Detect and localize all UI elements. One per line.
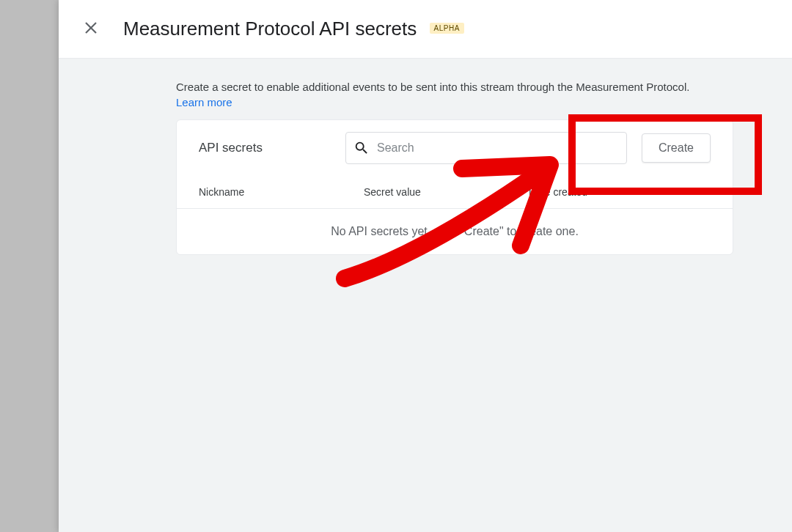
section-title: API secrets <box>199 141 331 155</box>
empty-state-message: No API secrets yet, click "Create" to cr… <box>177 209 733 254</box>
column-nickname: Nickname <box>199 186 364 198</box>
panel-header: Measurement Protocol API secrets ALPHA <box>59 0 792 59</box>
search-field-wrapper[interactable] <box>345 132 627 164</box>
card-header-row: API secrets Create <box>177 120 733 176</box>
modal-backdrop <box>0 0 59 532</box>
alpha-badge: ALPHA <box>430 23 464 34</box>
close-icon <box>82 19 100 39</box>
table-header: Nickname Secret value Date created <box>177 176 733 209</box>
search-input[interactable] <box>370 141 619 155</box>
settings-panel: Measurement Protocol API secrets ALPHA C… <box>59 0 792 532</box>
learn-more-link[interactable]: Learn more <box>176 96 232 108</box>
search-icon <box>353 140 370 156</box>
close-button[interactable] <box>76 15 106 44</box>
api-secrets-card: API secrets Create Nickname Secret value… <box>176 119 733 255</box>
intro-text: Create a secret to enable additional eve… <box>176 81 689 93</box>
page-title-text: Measurement Protocol API secrets <box>123 18 417 40</box>
create-button[interactable]: Create <box>642 133 711 163</box>
column-secret-value: Secret value <box>364 186 529 198</box>
panel-content: Create a secret to enable additional eve… <box>59 59 792 276</box>
column-date-created: Date created <box>529 186 711 198</box>
page-title: Measurement Protocol API secrets ALPHA <box>123 18 464 40</box>
intro-block: Create a secret to enable additional eve… <box>176 79 733 109</box>
